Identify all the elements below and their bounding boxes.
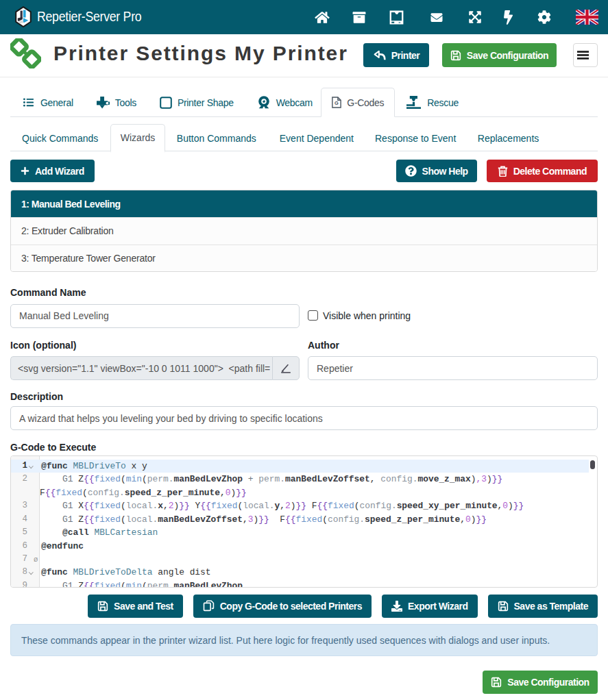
svg-text:G: G — [335, 100, 339, 106]
